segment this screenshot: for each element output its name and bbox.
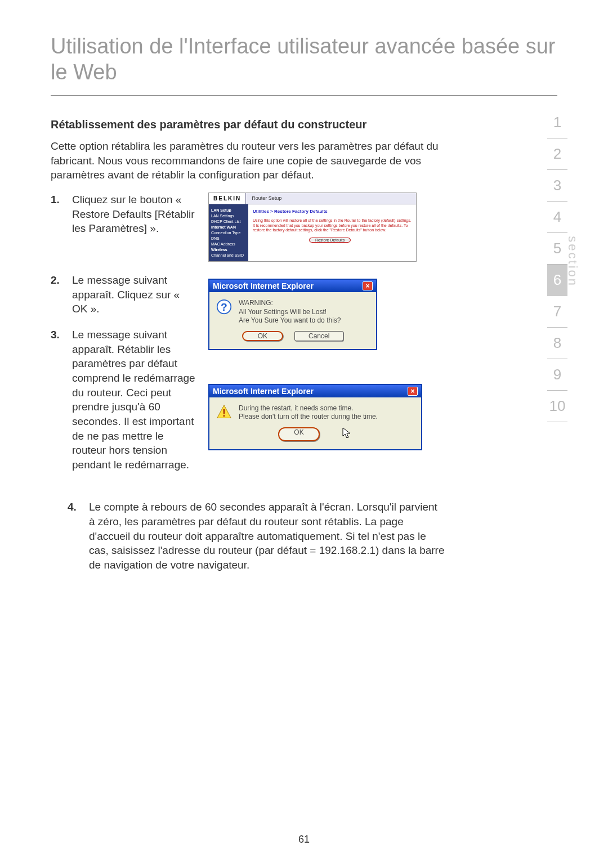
nav-2[interactable]: 2 <box>547 138 567 170</box>
close-icon[interactable]: × <box>363 281 373 290</box>
step2-text: Le message suivant apparaît. Cliquez sur… <box>72 273 197 316</box>
nav-5[interactable]: 5 <box>547 233 567 265</box>
step3-text: Le message suivant apparaît. Rétablir le… <box>72 328 197 472</box>
nav-8[interactable]: 8 <box>547 328 567 359</box>
section-label: section <box>565 236 580 287</box>
step1-number: 1. <box>51 193 64 236</box>
router-setup-tab: Router Setup <box>246 193 416 204</box>
cancel-button[interactable]: Cancel <box>294 331 343 341</box>
ok-button[interactable]: OK <box>242 331 283 341</box>
dialog2-line2: Please don't turn off the router during … <box>239 413 378 422</box>
dialog1-line2: All Your Settings Will be Lost! <box>239 308 341 317</box>
ok-button[interactable]: OK <box>278 427 319 441</box>
dialog1-line3: Are You Sure You want to do this? <box>239 316 341 325</box>
section-nav: 1 2 3 4 5 6 7 8 9 10 section <box>540 107 574 422</box>
router-setup-screenshot: BELKIN Router Setup LAN Setup LAN Settin… <box>208 193 417 262</box>
nav-4[interactable]: 4 <box>547 202 567 233</box>
close-icon[interactable]: × <box>408 387 418 396</box>
router-sidebar: LAN Setup LAN Settings DHCP Client List … <box>209 204 248 261</box>
restore-defaults-button[interactable]: Restore Defaults <box>309 238 351 243</box>
nav-9[interactable]: 9 <box>547 359 567 391</box>
step1-text: Cliquez sur le bouton « Restore Defaults… <box>72 193 197 236</box>
nav-7[interactable]: 7 <box>547 296 567 328</box>
page-number: 61 <box>0 834 608 845</box>
router-breadcrumb: Utilities > Restore Factory Defaults <box>253 209 412 214</box>
page-title: Utilisation de l'Interface utilisateur a… <box>51 34 557 96</box>
step2-number: 2. <box>51 273 64 316</box>
svg-text:!: ! <box>222 408 226 419</box>
nav-6[interactable]: 6 <box>547 265 567 296</box>
nav-10[interactable]: 10 <box>547 391 567 422</box>
svg-text:?: ? <box>221 301 227 313</box>
step3-number: 3. <box>51 328 64 472</box>
step4-number: 4. <box>68 500 81 572</box>
dialog2-title: Microsoft Internet Explorer <box>213 387 314 396</box>
dialog1-line1: WARNING: <box>239 299 341 308</box>
nav-3[interactable]: 3 <box>547 170 567 202</box>
restart-dialog: Microsoft Internet Explorer × ! During t… <box>208 384 422 450</box>
warning-icon: ! <box>216 404 232 420</box>
question-icon: ? <box>216 299 232 315</box>
dialog1-title: Microsoft Internet Explorer <box>213 281 314 290</box>
dialog2-line1: During the restart, it needs some time. <box>239 404 378 413</box>
warning-dialog: Microsoft Internet Explorer × ? WARNING: <box>208 279 377 350</box>
router-description: Using this option will restore all of th… <box>253 218 412 232</box>
cursor-icon <box>342 427 352 441</box>
section-heading: Rétablissement des paramètres par défaut… <box>51 118 445 131</box>
belkin-logo: BELKIN <box>209 193 246 204</box>
intro-paragraph: Cette option rétablira les paramètres du… <box>51 139 445 182</box>
nav-1[interactable]: 1 <box>547 107 567 138</box>
step4-text: Le compte à rebours de 60 secondes appar… <box>89 500 445 572</box>
